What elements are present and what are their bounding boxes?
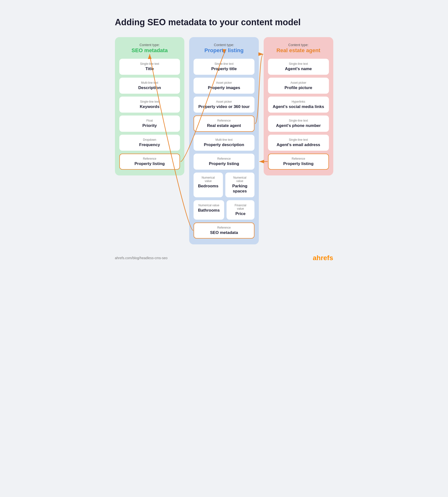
field-title: Agent's name <box>272 66 324 71</box>
field-title: Property images <box>198 85 250 90</box>
field-card: Numerical value Parking spaces <box>225 173 255 197</box>
column-seo-metadata: Content type: SEO metadataSingle-line te… <box>115 37 185 175</box>
field-title: Bedrooms <box>198 183 218 189</box>
columns-wrapper: Content type: SEO metadataSingle-line te… <box>115 37 333 244</box>
field-sub: Numerical value <box>198 204 220 207</box>
column-property-listing: Content type: Property listingSingle-lin… <box>189 37 259 244</box>
field-title: Property listing <box>198 161 250 166</box>
field-card-seo-metadata: Reference SEO metadata <box>193 223 255 239</box>
field-card-property-description: Multi-line text Property description <box>193 135 255 151</box>
field-card-property-video-or-360-tour: Asset picker Property video or 360 tour <box>193 97 255 113</box>
field-sub: Single-line text <box>124 62 176 66</box>
field-sub: Float <box>124 119 176 122</box>
column-header-title: Real estate agent <box>268 47 329 54</box>
field-sub: Numerical value <box>198 176 218 183</box>
field-card: Numerical value Bathrooms <box>193 200 224 220</box>
field-sub: Multi-line text <box>198 138 250 141</box>
field-sub: Financial value <box>231 204 250 210</box>
field-title: Parking spaces <box>230 183 250 194</box>
field-sub: Asset picker <box>198 81 250 84</box>
field-card-description: Multi-line text Description <box>119 78 180 94</box>
field-card-property-title: Single-line text Property title <box>193 59 255 75</box>
field-card-property-listing: Reference Property listing <box>268 154 329 170</box>
ahrefs-logo: ahrefs <box>313 254 333 262</box>
field-card-real-estate-agent: Reference Real estate agent <box>193 116 255 132</box>
field-title: Title <box>124 66 176 71</box>
field-card-title: Single-line text Title <box>119 59 180 75</box>
column-real-estate-agent: Content type: Real estate agentSingle-li… <box>264 37 333 175</box>
field-sub: Single-line text <box>272 62 324 66</box>
field-pair: Numerical value BedroomsNumerical value … <box>193 173 255 197</box>
field-card-agent's-phone-number: Single-line text Agent's phone number <box>268 116 329 132</box>
field-title: Description <box>124 85 176 90</box>
field-sub: Asset picker <box>198 100 250 103</box>
field-card-frequency: Dropdown Frequency <box>119 135 180 151</box>
page-container: Adding SEO metadata to your content mode… <box>103 7 345 274</box>
field-title: Real estate agent <box>198 123 250 128</box>
field-card-profile-picture: Asset picker Profile picture <box>268 78 329 94</box>
field-title: Property video or 360 tour <box>198 104 250 109</box>
field-card: Financial value Price <box>226 200 255 220</box>
field-sub: Reference <box>198 119 250 122</box>
field-sub: Hyperlinks <box>272 100 324 103</box>
field-card-agent's-social-media-links: Hyperlinks Agent's social media links <box>268 97 329 113</box>
field-sub: Asset picker <box>272 81 324 84</box>
field-title: Priority <box>124 123 176 128</box>
field-sub: Multi-line text <box>124 81 176 84</box>
field-sub: Single-line text <box>272 119 324 122</box>
column-header-title: SEO metadata <box>119 47 180 54</box>
field-sub: Numerical value <box>230 176 250 183</box>
field-title: Keywords <box>124 104 176 109</box>
column-header-sub: Content type: <box>193 43 255 47</box>
field-title: SEO metadata <box>198 230 250 235</box>
field-title: Agent's social media links <box>272 104 324 109</box>
column-header-sub: Content type: <box>119 43 180 47</box>
field-sub: Single-line text <box>124 100 176 103</box>
field-title: Property title <box>198 66 250 71</box>
field-card-agent's-email-address: Single-line text Agent's email address <box>268 135 329 151</box>
column-header-property-listing: Content type: Property listing <box>193 43 255 54</box>
field-pair: Numerical value BathroomsFinancial value… <box>193 200 255 220</box>
field-title: Profile picture <box>272 85 324 90</box>
column-header-real-estate-agent: Content type: Real estate agent <box>268 43 329 54</box>
field-card-keywords: Single-line text Keywords <box>119 97 180 113</box>
field-sub: Single-line text <box>198 62 250 66</box>
field-title: Price <box>231 211 250 216</box>
field-title: Property description <box>198 142 250 147</box>
field-sub: Single-line text <box>272 138 324 141</box>
field-card-priority: Float Priority <box>119 116 180 132</box>
field-card-property-images: Asset picker Property images <box>193 78 255 94</box>
footer-url: ahrefs.com/blog/headless-cms-seo <box>115 256 168 260</box>
field-card-agent's-name: Single-line text Agent's name <box>268 59 329 75</box>
field-card-property-listing: Reference Property listing <box>193 154 255 170</box>
field-title: Frequency <box>124 142 176 147</box>
column-header-title: Property listing <box>193 47 255 54</box>
footer: ahrefs.com/blog/headless-cms-seo ahrefs <box>115 254 333 262</box>
field-card-property-listing: Reference Property listing <box>119 154 180 170</box>
field-title: Bathrooms <box>198 208 220 213</box>
field-title: Property listing <box>124 161 176 166</box>
field-sub: Reference <box>198 226 250 229</box>
column-header-seo-metadata: Content type: SEO metadata <box>119 43 180 54</box>
field-title: Agent's phone number <box>272 123 324 128</box>
field-sub: Reference <box>198 157 250 160</box>
column-header-sub: Content type: <box>268 43 329 47</box>
field-title: Agent's email address <box>272 142 324 147</box>
field-sub: Reference <box>272 157 324 160</box>
field-sub: Reference <box>124 157 176 160</box>
field-title: Property listing <box>272 161 324 166</box>
field-card: Numerical value Bedrooms <box>193 173 223 197</box>
page-title: Adding SEO metadata to your content mode… <box>115 17 333 27</box>
field-sub: Dropdown <box>124 138 176 141</box>
